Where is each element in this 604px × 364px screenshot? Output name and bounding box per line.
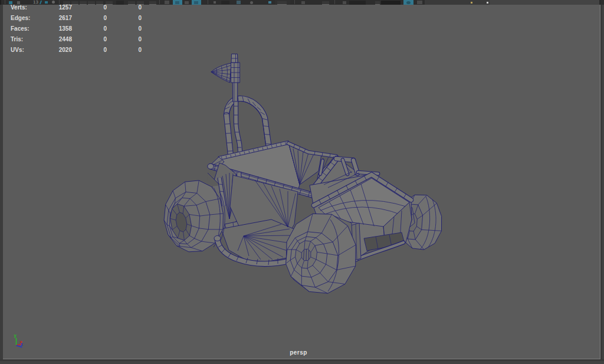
svg-text:y: y (14, 333, 17, 338)
svg-text:z: z (21, 342, 23, 347)
